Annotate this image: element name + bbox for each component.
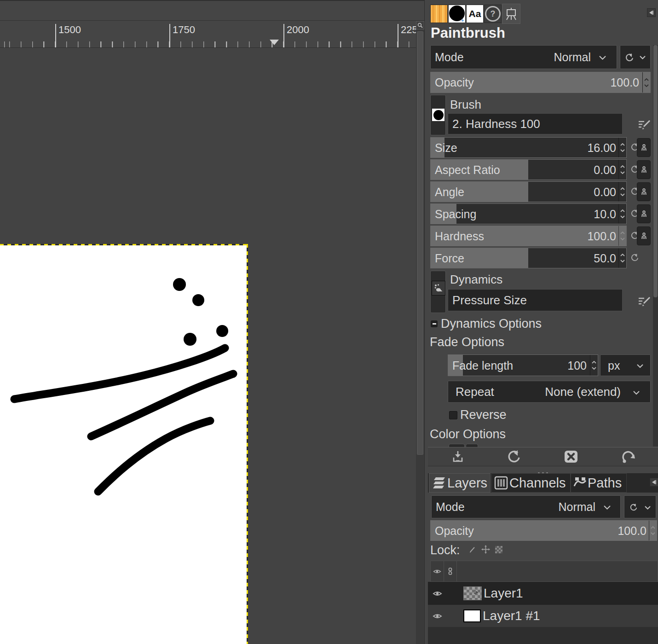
spin-up-icon[interactable] [650, 526, 656, 529]
layers-dock-menu-button[interactable] [650, 478, 658, 487]
brush-dot [216, 325, 228, 337]
spinner-buttons[interactable] [649, 521, 657, 540]
canvas-viewport[interactable] [0, 48, 416, 644]
spinner-buttons[interactable] [642, 72, 650, 93]
tab-tool-options[interactable] [502, 4, 520, 24]
ruler-minor-ticks [0, 41, 416, 47]
spin-up-icon[interactable] [620, 187, 625, 191]
spinner-buttons[interactable] [618, 248, 626, 268]
tab-patterns[interactable] [430, 5, 448, 23]
lock-alpha-icon[interactable] [495, 546, 502, 553]
spin-down-icon[interactable] [620, 149, 625, 152]
lock-pixels-icon[interactable] [468, 545, 477, 554]
spinner-buttons[interactable] [618, 138, 626, 157]
spin-up-icon[interactable] [620, 254, 625, 257]
save-tool-preset-icon[interactable] [451, 450, 465, 463]
link-to-default-button[interactable] [637, 226, 651, 245]
spin-down-icon[interactable] [591, 366, 597, 370]
spin-down-icon[interactable] [620, 171, 625, 174]
spin-up-icon[interactable] [620, 232, 625, 235]
link-column-header[interactable] [444, 561, 457, 581]
dock-divider[interactable] [424, 0, 428, 644]
reset-icon[interactable] [630, 253, 639, 262]
scrollbar-thumb[interactable] [417, 31, 423, 455]
tab-layers[interactable]: Layers [429, 473, 491, 493]
reset-tool-options-icon[interactable] [621, 450, 635, 464]
zoom-follow-button[interactable] [416, 21, 424, 29]
spin-down-icon[interactable] [644, 84, 649, 87]
spinner-buttons[interactable] [618, 204, 626, 224]
reset-icon[interactable] [625, 53, 634, 62]
spin-down-icon[interactable] [650, 532, 656, 535]
layer-name[interactable]: Layer1 [484, 586, 523, 601]
chevron-down-icon[interactable] [644, 505, 651, 510]
spinner-buttons[interactable] [618, 160, 626, 180]
dynamics-preview-button[interactable] [430, 271, 446, 313]
spin-up-icon[interactable] [591, 361, 597, 364]
tab-fonts[interactable]: Aa [466, 5, 484, 23]
spin-down-icon[interactable] [620, 193, 625, 196]
repeat-dropdown[interactable]: Repeat None (extend) [448, 381, 651, 403]
layer-mode-reset-group[interactable] [624, 495, 656, 518]
lock-position-icon[interactable] [481, 545, 490, 554]
opacity-slider[interactable]: Opacity 100.0 [430, 72, 651, 93]
eye-icon[interactable] [433, 590, 442, 597]
brush-preview-button[interactable] [430, 95, 446, 135]
force-slider[interactable]: Force 50.0 [430, 248, 627, 268]
link-to-default-button[interactable] [637, 182, 651, 201]
reverse-label[interactable]: Reverse [460, 408, 507, 422]
tab-paths[interactable]: Paths [571, 473, 627, 493]
hardness-slider[interactable]: Hardness 100.0 [430, 226, 627, 246]
layer-name[interactable]: Layer1 #1 [483, 609, 540, 623]
layer-row-selected[interactable]: Layer1 [428, 582, 658, 605]
scrollbar-thumb[interactable] [653, 45, 658, 297]
link-to-default-button[interactable] [637, 160, 651, 179]
delete-tool-preset-icon[interactable] [564, 450, 578, 464]
reverse-checkbox[interactable] [449, 411, 457, 419]
horizontal-ruler[interactable]: 1500 1750 2000 2250 [0, 21, 416, 48]
spinner-buttons[interactable] [590, 355, 598, 376]
canvas-vertical-scrollbar[interactable] [416, 29, 424, 644]
paint-mode-dropdown[interactable]: Mode Normal [430, 45, 617, 69]
spin-down-icon[interactable] [620, 237, 625, 240]
spin-up-icon[interactable] [620, 143, 625, 146]
size-slider[interactable]: Size 16.00 [430, 137, 627, 158]
spin-up-icon[interactable] [644, 78, 649, 81]
brush-section-label: Brush [450, 98, 481, 112]
layer-opacity-slider[interactable]: Opacity 100.0 [430, 520, 657, 541]
reset-icon[interactable] [629, 503, 638, 511]
tool-options-scrollbar[interactable] [653, 45, 658, 447]
spin-up-icon[interactable] [620, 209, 625, 213]
spacing-slider[interactable]: Spacing 10.0 [430, 203, 627, 224]
tab-brushes[interactable]: + [448, 5, 466, 23]
spin-up-icon[interactable] [620, 165, 625, 168]
tab-channels[interactable]: Channels [491, 473, 571, 493]
dynamics-name-box[interactable]: Pressure Size [448, 289, 623, 311]
link-to-default-button[interactable] [637, 204, 651, 223]
fade-length-slider[interactable]: Fade length 100 [448, 354, 598, 376]
chevron-down-icon[interactable] [639, 55, 646, 60]
restore-tool-preset-icon[interactable] [507, 450, 521, 464]
tab-help[interactable]: ? [484, 5, 502, 23]
fade-unit-dropdown[interactable]: px [600, 354, 651, 376]
dock-menu-button[interactable] [647, 8, 656, 17]
layer-thumbnail[interactable] [463, 609, 481, 622]
brush-name-box[interactable]: 2. Hardness 100 [448, 113, 623, 134]
layer-thumbnail[interactable] [463, 586, 482, 600]
edit-brush-icon[interactable] [638, 119, 651, 131]
spin-down-icon[interactable] [620, 259, 625, 262]
link-to-default-button[interactable] [637, 138, 651, 157]
aspect-ratio-slider[interactable]: Aspect Ratio 0.00 [430, 159, 627, 180]
edit-dynamics-icon[interactable] [638, 296, 651, 307]
spinner-buttons[interactable] [618, 182, 626, 202]
layer-mode-dropdown[interactable]: Mode Normal [431, 495, 621, 518]
visibility-column-header[interactable] [431, 561, 444, 581]
eye-icon[interactable] [433, 613, 442, 620]
dynamics-options-label[interactable]: Dynamics Options [441, 317, 542, 331]
spinner-buttons[interactable] [618, 226, 626, 246]
mode-reset-group[interactable] [620, 45, 651, 69]
dynamics-options-expander[interactable] [431, 320, 438, 327]
spin-down-icon[interactable] [620, 215, 625, 218]
layer-row[interactable]: Layer1 #1 [428, 605, 658, 627]
angle-slider[interactable]: Angle 0.00 [430, 181, 627, 202]
